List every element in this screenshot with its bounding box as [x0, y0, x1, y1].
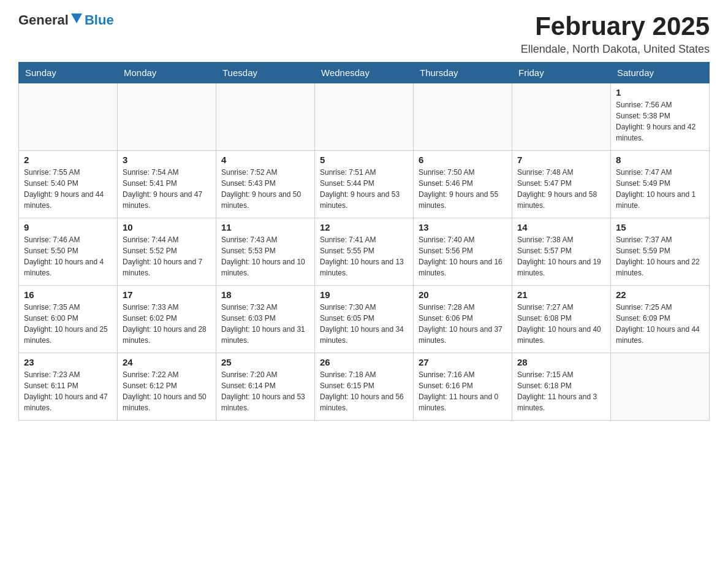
calendar-week-row: 9Sunrise: 7:46 AM Sunset: 5:50 PM Daylig… — [19, 218, 710, 286]
col-friday: Friday — [512, 63, 611, 83]
day-info: Sunrise: 7:43 AM Sunset: 5:53 PM Dayligh… — [221, 234, 309, 278]
day-number: 3 — [123, 155, 211, 165]
day-info: Sunrise: 7:48 AM Sunset: 5:47 PM Dayligh… — [517, 167, 605, 211]
location-title: Ellendale, North Dakota, United States — [521, 43, 710, 56]
day-info: Sunrise: 7:35 AM Sunset: 6:00 PM Dayligh… — [24, 302, 112, 346]
calendar-week-row: 23Sunrise: 7:23 AM Sunset: 6:11 PM Dayli… — [19, 353, 710, 421]
day-info: Sunrise: 7:15 AM Sunset: 6:18 PM Dayligh… — [517, 369, 605, 413]
calendar-day-cell: 17Sunrise: 7:33 AM Sunset: 6:02 PM Dayli… — [118, 286, 216, 353]
day-info: Sunrise: 7:30 AM Sunset: 6:05 PM Dayligh… — [320, 302, 408, 346]
day-info: Sunrise: 7:20 AM Sunset: 6:14 PM Dayligh… — [221, 369, 309, 413]
day-info: Sunrise: 7:25 AM Sunset: 6:09 PM Dayligh… — [616, 302, 704, 346]
calendar-day-cell: 11Sunrise: 7:43 AM Sunset: 5:53 PM Dayli… — [216, 218, 315, 286]
days-of-week-row: Sunday Monday Tuesday Wednesday Thursday… — [19, 63, 710, 83]
calendar-day-cell: 2Sunrise: 7:55 AM Sunset: 5:40 PM Daylig… — [19, 151, 118, 218]
day-number: 13 — [419, 222, 507, 232]
calendar-day-cell — [216, 83, 315, 151]
calendar-day-cell: 15Sunrise: 7:37 AM Sunset: 5:59 PM Dayli… — [611, 218, 710, 286]
calendar-week-row: 1Sunrise: 7:56 AM Sunset: 5:38 PM Daylig… — [19, 83, 710, 151]
day-info: Sunrise: 7:47 AM Sunset: 5:49 PM Dayligh… — [616, 167, 704, 211]
calendar-day-cell — [118, 83, 216, 151]
day-info: Sunrise: 7:38 AM Sunset: 5:57 PM Dayligh… — [517, 234, 605, 278]
day-number: 7 — [517, 155, 605, 165]
day-number: 4 — [221, 155, 309, 165]
day-info: Sunrise: 7:51 AM Sunset: 5:44 PM Dayligh… — [320, 167, 408, 211]
logo: General Blue — [18, 12, 114, 28]
day-number: 20 — [419, 289, 507, 300]
day-info: Sunrise: 7:40 AM Sunset: 5:56 PM Dayligh… — [419, 234, 507, 278]
logo-general: General — [18, 12, 69, 28]
calendar-day-cell: 22Sunrise: 7:25 AM Sunset: 6:09 PM Dayli… — [611, 286, 710, 353]
logo-triangle-icon — [71, 13, 82, 25]
calendar-day-cell: 28Sunrise: 7:15 AM Sunset: 6:18 PM Dayli… — [512, 353, 611, 421]
calendar-day-cell: 27Sunrise: 7:16 AM Sunset: 6:16 PM Dayli… — [414, 353, 512, 421]
day-info: Sunrise: 7:23 AM Sunset: 6:11 PM Dayligh… — [24, 369, 112, 413]
day-number: 28 — [517, 357, 605, 367]
calendar-day-cell: 14Sunrise: 7:38 AM Sunset: 5:57 PM Dayli… — [512, 218, 611, 286]
day-info: Sunrise: 7:41 AM Sunset: 5:55 PM Dayligh… — [320, 234, 408, 278]
col-tuesday: Tuesday — [216, 63, 315, 83]
calendar-day-cell: 8Sunrise: 7:47 AM Sunset: 5:49 PM Daylig… — [611, 151, 710, 218]
day-number: 6 — [419, 155, 507, 165]
logo-blue: Blue — [85, 12, 114, 28]
day-info: Sunrise: 7:22 AM Sunset: 6:12 PM Dayligh… — [123, 369, 211, 413]
day-info: Sunrise: 7:33 AM Sunset: 6:02 PM Dayligh… — [123, 302, 211, 346]
calendar-day-cell: 20Sunrise: 7:28 AM Sunset: 6:06 PM Dayli… — [414, 286, 512, 353]
calendar-day-cell — [512, 83, 611, 151]
calendar-day-cell: 25Sunrise: 7:20 AM Sunset: 6:14 PM Dayli… — [216, 353, 315, 421]
day-number: 5 — [320, 155, 408, 165]
day-info: Sunrise: 7:18 AM Sunset: 6:15 PM Dayligh… — [320, 369, 408, 413]
day-number: 25 — [221, 357, 309, 367]
calendar-day-cell — [414, 83, 512, 151]
col-monday: Monday — [118, 63, 216, 83]
col-thursday: Thursday — [414, 63, 512, 83]
calendar-day-cell: 12Sunrise: 7:41 AM Sunset: 5:55 PM Dayli… — [315, 218, 414, 286]
day-number: 18 — [221, 289, 309, 300]
calendar-day-cell: 18Sunrise: 7:32 AM Sunset: 6:03 PM Dayli… — [216, 286, 315, 353]
day-info: Sunrise: 7:50 AM Sunset: 5:46 PM Dayligh… — [419, 167, 507, 211]
day-number: 14 — [517, 222, 605, 232]
calendar-week-row: 2Sunrise: 7:55 AM Sunset: 5:40 PM Daylig… — [19, 151, 710, 218]
day-number: 23 — [24, 357, 112, 367]
col-saturday: Saturday — [611, 63, 710, 83]
calendar-day-cell: 7Sunrise: 7:48 AM Sunset: 5:47 PM Daylig… — [512, 151, 611, 218]
day-info: Sunrise: 7:54 AM Sunset: 5:41 PM Dayligh… — [123, 167, 211, 211]
col-sunday: Sunday — [19, 63, 118, 83]
title-block: February 2025 Ellendale, North Dakota, U… — [521, 12, 710, 56]
day-info: Sunrise: 7:46 AM Sunset: 5:50 PM Dayligh… — [24, 234, 112, 278]
day-number: 26 — [320, 357, 408, 367]
day-info: Sunrise: 7:37 AM Sunset: 5:59 PM Dayligh… — [616, 234, 704, 278]
calendar-day-cell: 3Sunrise: 7:54 AM Sunset: 5:41 PM Daylig… — [118, 151, 216, 218]
day-number: 17 — [123, 289, 211, 300]
calendar-day-cell: 4Sunrise: 7:52 AM Sunset: 5:43 PM Daylig… — [216, 151, 315, 218]
calendar-table: Sunday Monday Tuesday Wednesday Thursday… — [18, 62, 710, 421]
day-info: Sunrise: 7:28 AM Sunset: 6:06 PM Dayligh… — [419, 302, 507, 346]
day-number: 27 — [419, 357, 507, 367]
day-info: Sunrise: 7:16 AM Sunset: 6:16 PM Dayligh… — [419, 369, 507, 413]
calendar-day-cell: 5Sunrise: 7:51 AM Sunset: 5:44 PM Daylig… — [315, 151, 414, 218]
page-header: General Blue February 2025 Ellendale, No… — [18, 12, 710, 56]
calendar-day-cell: 6Sunrise: 7:50 AM Sunset: 5:46 PM Daylig… — [414, 151, 512, 218]
calendar-day-cell: 19Sunrise: 7:30 AM Sunset: 6:05 PM Dayli… — [315, 286, 414, 353]
day-number: 19 — [320, 289, 408, 300]
day-number: 21 — [517, 289, 605, 300]
day-info: Sunrise: 7:52 AM Sunset: 5:43 PM Dayligh… — [221, 167, 309, 211]
col-wednesday: Wednesday — [315, 63, 414, 83]
calendar-day-cell: 10Sunrise: 7:44 AM Sunset: 5:52 PM Dayli… — [118, 218, 216, 286]
calendar-day-cell: 21Sunrise: 7:27 AM Sunset: 6:08 PM Dayli… — [512, 286, 611, 353]
day-number: 12 — [320, 222, 408, 232]
calendar-day-cell: 24Sunrise: 7:22 AM Sunset: 6:12 PM Dayli… — [118, 353, 216, 421]
day-number: 11 — [221, 222, 309, 232]
calendar-day-cell — [611, 353, 710, 421]
day-info: Sunrise: 7:32 AM Sunset: 6:03 PM Dayligh… — [221, 302, 309, 346]
day-number: 10 — [123, 222, 211, 232]
calendar-day-cell: 23Sunrise: 7:23 AM Sunset: 6:11 PM Dayli… — [19, 353, 118, 421]
month-title: February 2025 — [521, 12, 710, 40]
day-number: 24 — [123, 357, 211, 367]
calendar-week-row: 16Sunrise: 7:35 AM Sunset: 6:00 PM Dayli… — [19, 286, 710, 353]
calendar-day-cell: 26Sunrise: 7:18 AM Sunset: 6:15 PM Dayli… — [315, 353, 414, 421]
day-number: 22 — [616, 289, 704, 300]
calendar-day-cell — [19, 83, 118, 151]
svg-marker-0 — [71, 13, 82, 23]
day-number: 8 — [616, 155, 704, 165]
